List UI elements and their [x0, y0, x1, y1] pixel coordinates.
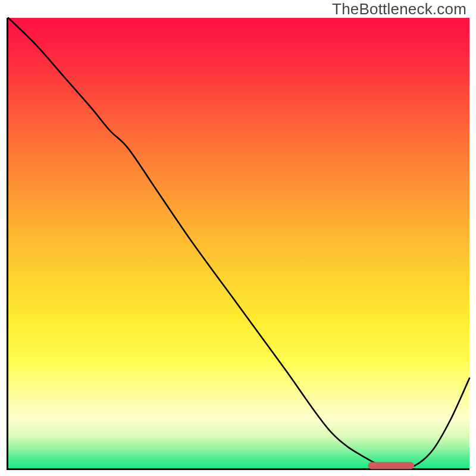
watermark-text: TheBottleneck.com [332, 0, 466, 18]
plot-area [7, 18, 469, 470]
minimum-marker [368, 462, 415, 469]
bottleneck-curve [8, 18, 469, 468]
chart-svg [8, 18, 469, 468]
